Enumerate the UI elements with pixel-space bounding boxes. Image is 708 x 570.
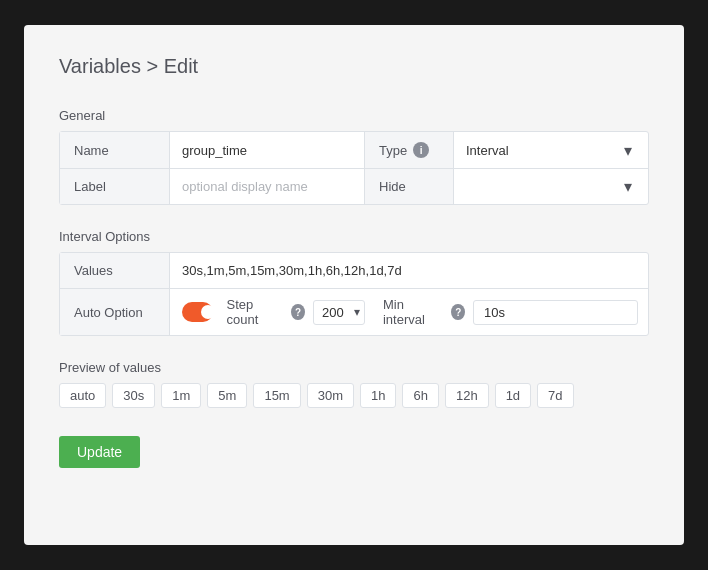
main-card: Variables > Edit General Name Type i Int… xyxy=(24,25,684,545)
update-button[interactable]: Update xyxy=(59,436,140,468)
type-label: Type i xyxy=(364,132,454,168)
auto-option-row: Auto Option Step count ? 200 100 500 xyxy=(60,289,648,335)
page-title: Variables > Edit xyxy=(59,55,649,78)
preview-tag: 1h xyxy=(360,383,396,408)
values-label: Values xyxy=(60,253,170,288)
preview-tag: 1m xyxy=(161,383,201,408)
values-row: Values xyxy=(60,253,648,289)
name-row: Name Type i Interval Custom Query ▾ xyxy=(60,132,648,169)
step-count-select[interactable]: 200 100 500 xyxy=(313,300,365,325)
hide-select[interactable]: Hidden xyxy=(466,179,636,194)
preview-section-label: Preview of values xyxy=(59,360,649,375)
type-select-wrapper: Interval Custom Query ▾ xyxy=(466,141,636,160)
name-value-cell xyxy=(170,132,364,168)
min-interval-input[interactable] xyxy=(473,300,638,325)
values-value xyxy=(170,253,648,288)
preview-tag: 15m xyxy=(253,383,300,408)
general-table: Name Type i Interval Custom Query ▾ xyxy=(59,131,649,205)
preview-tag: 1d xyxy=(495,383,531,408)
step-count-select-wrapper: 200 100 500 ▾ xyxy=(313,300,365,325)
label-value-cell xyxy=(170,169,364,204)
name-input[interactable] xyxy=(182,143,352,158)
preview-tag: auto xyxy=(59,383,106,408)
auto-option-toggle[interactable] xyxy=(182,302,213,322)
label-label: Label xyxy=(60,169,170,204)
hide-select-cell: Hidden ▾ xyxy=(454,169,648,204)
type-select-cell: Interval Custom Query ▾ xyxy=(454,132,648,168)
interval-table: Values Auto Option Step count ? xyxy=(59,252,649,336)
hide-select-wrapper: Hidden ▾ xyxy=(466,177,636,196)
interval-section-label: Interval Options xyxy=(59,229,649,244)
label-row: Label Hide Hidden ▾ xyxy=(60,169,648,204)
auto-option-value-cell: Step count ? 200 100 500 ▾ Min interval … xyxy=(170,289,650,335)
preview-tag: 7d xyxy=(537,383,573,408)
toggle-slider xyxy=(182,302,213,322)
preview-tag: 30s xyxy=(112,383,155,408)
preview-tags-container: auto30s1m5m15m30m1h6h12h1d7d xyxy=(59,383,649,408)
preview-tag: 12h xyxy=(445,383,489,408)
step-count-label: Step count xyxy=(227,297,280,327)
min-interval-label: Min interval xyxy=(383,297,439,327)
step-select-container: 200 100 500 ▾ xyxy=(313,300,365,325)
preview-tag: 6h xyxy=(402,383,438,408)
min-interval-info-icon: ? xyxy=(451,304,465,320)
name-label: Name xyxy=(60,132,170,168)
preview-tag: 30m xyxy=(307,383,354,408)
label-input[interactable] xyxy=(182,179,352,194)
hide-label: Hide xyxy=(364,169,454,204)
preview-tag: 5m xyxy=(207,383,247,408)
values-input[interactable] xyxy=(182,263,636,278)
auto-option-label: Auto Option xyxy=(60,289,170,335)
general-section-label: General xyxy=(59,108,649,123)
preview-section: Preview of values auto30s1m5m15m30m1h6h1… xyxy=(59,360,649,408)
type-info-icon: i xyxy=(413,142,429,158)
step-count-info-icon: ? xyxy=(291,304,305,320)
type-select[interactable]: Interval Custom Query xyxy=(466,143,636,158)
